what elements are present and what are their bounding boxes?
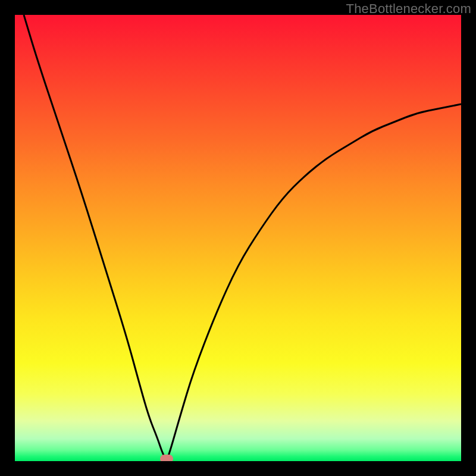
bottleneck-curve <box>15 15 461 461</box>
chart-frame: TheBottlenecker.com <box>0 0 476 476</box>
plot-area <box>15 15 461 461</box>
curve-path <box>24 15 461 459</box>
optimal-marker <box>160 455 173 461</box>
watermark-text: TheBottlenecker.com <box>346 1 471 17</box>
